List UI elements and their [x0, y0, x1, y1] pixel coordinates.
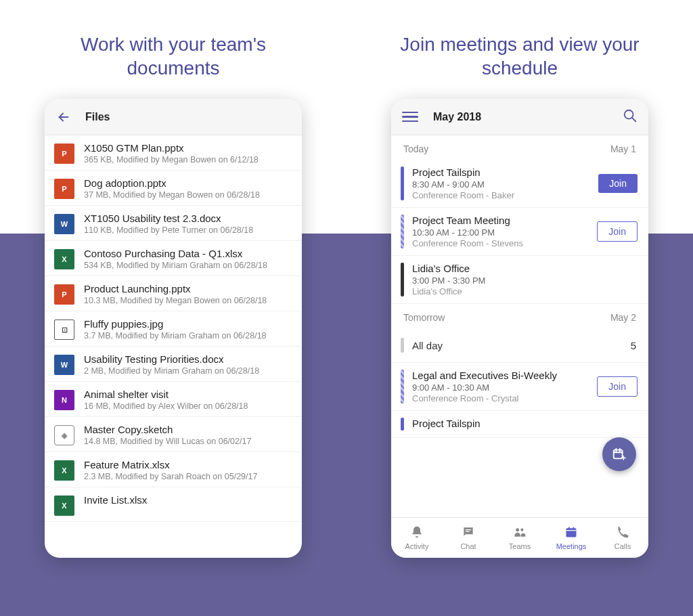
tab-activity[interactable]: Activity	[391, 518, 443, 558]
event-location: Conference Room - Baker	[412, 190, 593, 200]
file-name: Feature Matrix.xlsx	[84, 459, 292, 470]
calendar-icon	[564, 525, 578, 540]
left-headline: Work with your team's documents	[51, 32, 295, 80]
file-meta: 365 KB, Modified by Megan Bowen on 6/12/…	[84, 155, 292, 164]
join-button[interactable]: Join	[597, 376, 638, 397]
file-row[interactable]: X Invite List.xlsx	[45, 487, 302, 522]
today-header: Today May 1	[391, 135, 648, 160]
file-name: Invite List.xlsx	[84, 494, 292, 506]
file-type-icon: X	[54, 460, 74, 481]
meeting-event[interactable]: Project Tailspin	[391, 411, 648, 438]
file-meta: 37 MB, Modified by Megan Bowen on 06/28/…	[84, 190, 292, 200]
tab-meetings[interactable]: Meetings	[545, 518, 597, 558]
meetings-body: Today May 1 Project Tailspin 8:30 AM - 9…	[391, 135, 648, 517]
svg-rect-5	[566, 528, 577, 537]
file-type-icon: ◈	[54, 425, 74, 445]
today-date: May 1	[610, 144, 636, 154]
file-meta: 2.3 MB, Modified by Sarah Roach on 05/29…	[84, 472, 292, 481]
svg-point-4	[520, 529, 523, 531]
new-meeting-fab[interactable]	[602, 437, 636, 471]
allday-row[interactable]: All day 5	[391, 328, 648, 363]
meetings-phone: May 2018 Today May 1 Project Tailspin 8:…	[391, 99, 648, 558]
bell-icon	[410, 525, 424, 540]
meeting-event[interactable]: Lidia's Office 3:00 PM - 3:30 PM Lidia's…	[391, 256, 648, 304]
event-location: Conference Room - Crystal	[412, 393, 591, 403]
hamburger-icon[interactable]	[402, 112, 418, 122]
file-name: Product Launching.pptx	[84, 283, 292, 294]
files-title: Files	[85, 111, 110, 123]
file-meta: 110 KB, Modified by Pete Turner on 06/28…	[84, 225, 292, 235]
phone-icon	[616, 525, 629, 540]
tomorrow-header: Tomorrow May 2	[391, 304, 648, 328]
event-title: Legal and Executives Bi-Weekly	[412, 370, 591, 381]
svg-rect-1	[614, 450, 623, 459]
files-phone: Files P X1050 GTM Plan.pptx 365 KB, Modi…	[45, 99, 302, 558]
tomorrow-label: Tomorrow	[403, 312, 445, 323]
file-type-icon: N	[54, 390, 74, 410]
file-row[interactable]: W Usability Testing Priorities.docx 2 MB…	[45, 347, 302, 382]
file-row[interactable]: N Animal shelter visit 16 MB, Modified b…	[45, 382, 302, 417]
svg-point-3	[516, 528, 519, 531]
chat-icon	[462, 525, 475, 540]
file-row[interactable]: W XT1050 Usability test 2.3.docx 110 KB,…	[45, 206, 302, 241]
meetings-header: May 2018	[391, 99, 648, 135]
file-type-icon: P	[54, 284, 74, 305]
join-button[interactable]: Join	[597, 221, 638, 242]
search-icon[interactable]	[623, 108, 638, 126]
file-row[interactable]: P Product Launching.pptx 10.3 MB, Modifi…	[45, 276, 302, 311]
allday-count: 5	[631, 340, 636, 351]
file-row[interactable]: ⊡ Fluffy puppies.jpg 3.7 MB, Modified by…	[45, 311, 302, 347]
file-type-icon: W	[54, 355, 74, 375]
event-color-bar	[401, 167, 404, 200]
right-headline: Join meetings and view your schedule	[398, 32, 642, 80]
event-time: 3:00 PM - 3:30 PM	[412, 276, 638, 286]
tab-label: Meetings	[556, 542, 587, 550]
back-icon[interactable]	[54, 108, 73, 127]
files-header: Files	[45, 99, 302, 135]
file-row[interactable]: P Dog adoption.pptx 37 MB, Modified by M…	[45, 171, 302, 206]
join-button[interactable]: Join	[598, 174, 638, 193]
tomorrow-date: May 2	[610, 312, 636, 323]
file-meta: 3.7 MB, Modified by Miriam Graham on 06/…	[84, 331, 292, 340]
event-time: 9:00 AM - 10:30 AM	[412, 382, 591, 393]
file-name: Master Copy.sketch	[84, 424, 292, 435]
meeting-event[interactable]: Legal and Executives Bi-Weekly 9:00 AM -…	[391, 363, 648, 411]
file-meta: 16 MB, Modified by Alex Wilber on 06/28/…	[84, 401, 292, 411]
tab-teams[interactable]: Teams	[494, 518, 545, 558]
event-time: 10:30 AM - 12:00 PM	[412, 227, 591, 238]
event-title: Project Team Meeting	[412, 215, 591, 226]
event-time: 8:30 AM - 9:00 AM	[412, 179, 593, 190]
meeting-event[interactable]: Project Team Meeting 10:30 AM - 12:00 PM…	[391, 208, 648, 256]
meetings-title: May 2018	[433, 111, 623, 123]
tab-calls[interactable]: Calls	[597, 518, 648, 558]
tab-label: Activity	[405, 542, 429, 550]
file-type-icon: P	[54, 144, 74, 164]
allday-label: All day	[412, 340, 443, 351]
bottom-tabbar: Activity Chat Teams Meetings Calls	[391, 517, 648, 558]
file-row[interactable]: X Feature Matrix.xlsx 2.3 MB, Modified b…	[45, 452, 302, 487]
file-meta: 2 MB, Modified by Miriam Graham on 06/28…	[84, 366, 292, 376]
file-meta: 14.8 MB, Modified by Will Lucas on 06/02…	[84, 437, 292, 446]
file-row[interactable]: X Contoso Purchasing Data - Q1.xlsx 534 …	[45, 241, 302, 276]
tab-label: Chat	[460, 542, 476, 550]
today-label: Today	[403, 144, 428, 154]
file-name: XT1050 Usability test 2.3.docx	[84, 213, 292, 224]
event-color-bar	[401, 215, 404, 248]
event-title: Project Tailspin	[412, 167, 593, 178]
file-name: Fluffy puppies.jpg	[84, 318, 292, 330]
file-meta: 534 KB, Modified by Miriam Graham on 06/…	[84, 261, 292, 270]
allday-bar	[401, 338, 404, 353]
file-name: Usability Testing Priorities.docx	[84, 353, 292, 365]
tab-chat[interactable]: Chat	[443, 518, 494, 558]
file-row[interactable]: P X1050 GTM Plan.pptx 365 KB, Modified b…	[45, 135, 302, 171]
file-name: Contoso Purchasing Data - Q1.xlsx	[84, 248, 292, 259]
file-row[interactable]: ◈ Master Copy.sketch 14.8 MB, Modified b…	[45, 417, 302, 452]
event-color-bar	[401, 263, 404, 296]
file-meta: 10.3 MB, Modified by Megan Bowen on 06/2…	[84, 296, 292, 305]
meeting-event[interactable]: Project Tailspin 8:30 AM - 9:00 AM Confe…	[391, 160, 648, 208]
event-title: Project Tailspin	[412, 418, 638, 429]
event-location: Conference Room - Stevens	[412, 238, 591, 248]
event-title: Lidia's Office	[412, 263, 638, 274]
file-type-icon: X	[54, 496, 74, 516]
event-location: Lidia's Office	[412, 286, 638, 296]
